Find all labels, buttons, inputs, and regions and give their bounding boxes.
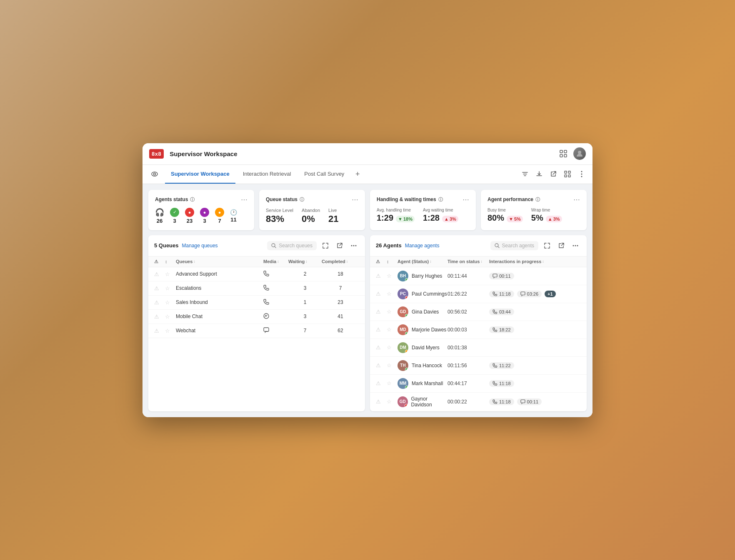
svg-point-13 [581, 176, 582, 177]
dnd-icon: ● [200, 208, 209, 217]
agent-name-cell: MD Marjorie Dawes [398, 324, 448, 335]
agent-avatar: PC [398, 289, 408, 299]
queue-row: ⚠ ☆ Advanced Support 2 18 [148, 267, 365, 281]
warn-icon: ⚠ [376, 398, 387, 405]
agents-status-info-icon[interactable]: ⓘ [190, 197, 195, 203]
agent-row: ⚠ ☆ GD Gaynor Davidson 00:00:22 11:18 00… [370, 393, 587, 411]
interactions-cell: 11:18 [489, 380, 564, 387]
abandon-stat: Abandon 0% [302, 208, 320, 224]
agent-stat-busy: ● 23 [185, 208, 194, 224]
available-icon: ✓ [170, 208, 179, 217]
star-icon[interactable]: ☆ [165, 271, 176, 277]
busy-time-trend: ▼ 5% [507, 216, 523, 222]
search-queues-box[interactable]: Search queues [267, 241, 317, 250]
agent-name: Mark Marshall [412, 381, 443, 386]
handling-times-card: Handling & waiting times ⓘ ⋯ Avg. handli… [370, 190, 476, 230]
svg-rect-2 [560, 154, 562, 157]
waiting-col[interactable]: Waiting [288, 259, 322, 264]
status-dot [405, 314, 408, 317]
expand-queues-icon[interactable] [320, 240, 331, 251]
media-col[interactable]: Media [263, 259, 288, 264]
queues-table-body: ⚠ ☆ Advanced Support 2 18 ⚠ ☆ Escalation… [148, 267, 365, 338]
queue-status-title: Queue status [266, 197, 298, 202]
time-on-status: 00:00:03 [448, 327, 489, 333]
download-icon[interactable] [533, 168, 545, 180]
tab-supervisor-workspace[interactable]: Supervisor Workspace [165, 165, 235, 184]
avg-handling-label: Avg. handling time [377, 208, 415, 212]
completed-col[interactable]: Completed [322, 259, 359, 264]
more-queues-icon[interactable] [348, 240, 359, 251]
queues-name-col[interactable]: Queues [176, 259, 263, 264]
interactions-cell: 11:22 [489, 362, 564, 369]
eye-icon[interactable] [148, 167, 162, 181]
star-icon[interactable]: ☆ [387, 398, 398, 405]
star-icon[interactable]: ☆ [165, 285, 176, 291]
external-link-icon[interactable] [548, 168, 559, 180]
tab-add-button[interactable]: + [352, 168, 363, 180]
agent-stat-available: ✓ 3 [170, 208, 179, 224]
queue-row: ⚠ ☆ Mobile Chat 3 41 [148, 310, 365, 324]
star-icon[interactable]: ☆ [165, 328, 176, 334]
time-on-status: 00:11:44 [448, 273, 489, 279]
star-icon[interactable]: ☆ [165, 299, 176, 306]
agent-performance-more-icon[interactable]: ⋯ [573, 196, 580, 204]
more-options-icon[interactable] [576, 168, 588, 180]
agent-name: David Myers [412, 345, 440, 351]
agents-status-more-icon[interactable]: ⋯ [241, 196, 248, 204]
svg-rect-10 [568, 175, 570, 177]
star-icon[interactable]: ☆ [387, 344, 398, 351]
star-icon[interactable]: ☆ [165, 314, 176, 320]
agent-name: Barry Hughes [412, 273, 442, 279]
star-icon[interactable]: ☆ [387, 273, 398, 279]
user-avatar[interactable] [573, 147, 586, 160]
agent-name-col[interactable]: Agent (Status) [398, 259, 448, 264]
external-agents-icon[interactable] [556, 240, 567, 251]
tab-interaction-retrieval[interactable]: Interaction Retrieval [237, 165, 297, 184]
filter-icon[interactable] [519, 168, 531, 180]
apps-icon[interactable] [562, 168, 573, 180]
search-agents-box[interactable]: Search agents [490, 241, 538, 250]
time-on-status-col[interactable]: Time on status [448, 259, 489, 264]
agent-row: ⚠ ☆ DM David Myers 00:01:38 [370, 339, 587, 357]
tab-post-call-survey[interactable]: Post Call Survey [298, 165, 350, 184]
completed-num: 62 [322, 328, 359, 334]
avg-handling-stat: Avg. handling time 1:29 ▼ 18% [377, 208, 415, 223]
queue-status-more-icon[interactable]: ⋯ [352, 196, 358, 204]
handling-times-info-icon[interactable]: ⓘ [438, 197, 443, 203]
interactions-col[interactable]: Interactions in progress [489, 259, 564, 264]
svg-point-4 [578, 151, 581, 154]
avg-waiting-value: 1:28 [423, 213, 440, 223]
status-dot [405, 350, 408, 353]
queue-name: Escalations [176, 285, 263, 291]
grid-icon[interactable] [558, 148, 569, 159]
star-icon[interactable]: ☆ [387, 309, 398, 315]
star-icon[interactable]: ☆ [387, 380, 398, 386]
tables-row: 5 Queues Manage queues Search queues [148, 235, 587, 411]
agents-table-header: 26 Agents Manage agents Search agents [370, 235, 587, 256]
manage-agents-link[interactable]: Manage agents [405, 243, 440, 249]
svg-point-21 [573, 245, 574, 246]
star-icon[interactable]: ☆ [387, 326, 398, 333]
star-icon[interactable]: ☆ [387, 291, 398, 297]
status-dot [405, 404, 408, 407]
external-queues-icon[interactable] [334, 240, 345, 251]
svg-point-11 [581, 171, 582, 172]
star-icon[interactable]: ☆ [387, 362, 398, 368]
svg-rect-26 [521, 400, 525, 403]
wrap-time-value: 5% [531, 213, 543, 223]
queues-count-label: 5 Queues [154, 242, 179, 249]
warn-icon: ⚠ [376, 380, 387, 386]
interaction-badge: 18:22 [489, 326, 514, 333]
sort-col: ↕ [165, 259, 176, 264]
handling-times-more-icon[interactable]: ⋯ [462, 196, 469, 204]
queue-status-info-icon[interactable]: ⓘ [300, 197, 304, 203]
expand-agents-icon[interactable] [542, 240, 552, 251]
media-icon [263, 327, 288, 334]
agent-performance-info-icon[interactable]: ⓘ [535, 197, 540, 203]
interaction-badge: 11:18 [489, 398, 514, 405]
agent-total-count: 26 [157, 218, 162, 224]
manage-queues-link[interactable]: Manage queues [182, 243, 218, 249]
title-bar-title: Supervisor Workspace [170, 150, 558, 157]
more-agents-icon[interactable] [570, 240, 581, 251]
interactions-cell: 11:18 03:26+1 [489, 291, 564, 297]
